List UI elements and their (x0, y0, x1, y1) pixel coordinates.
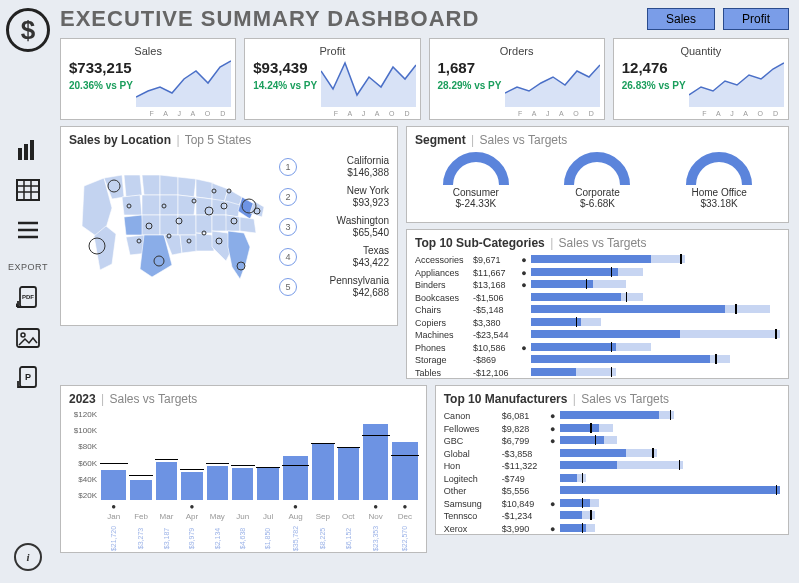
month-dot: ● (293, 502, 298, 511)
month-value: $3,187 (163, 528, 170, 549)
month-column[interactable]: Sep $8,225 (312, 444, 333, 542)
bar-chart-icon[interactable] (14, 136, 42, 164)
month-column[interactable]: Oct $6,152 (338, 448, 359, 542)
svg-point-14 (21, 333, 25, 337)
month-bar (207, 466, 228, 500)
bar-row[interactable]: Appliances $11,667 ● (415, 267, 780, 280)
month-value: $3,273 (138, 528, 145, 549)
svg-rect-0 (18, 148, 22, 160)
y-axis-label: $20K (69, 491, 97, 500)
month-column[interactable]: ● Nov $23,353 (363, 424, 388, 542)
month-name: Jan (107, 512, 120, 521)
us-map[interactable] (69, 151, 279, 319)
bar-row[interactable]: Fellowes $9,828 ● (444, 423, 780, 436)
table-icon[interactable] (14, 176, 42, 204)
bar-row[interactable]: Storage -$869 (415, 354, 780, 367)
month-column[interactable]: ● Apr $9,979 (181, 472, 202, 542)
segment-item[interactable]: Corporate$-6.68K (561, 151, 633, 209)
month-column[interactable]: ● Jan $21,720 (101, 470, 126, 542)
menu-icon[interactable] (14, 216, 42, 244)
segment-item[interactable]: Consumer$-24.33K (440, 151, 512, 209)
bar-row[interactable]: Other $5,556 (444, 485, 780, 498)
month-value: $2,134 (214, 528, 221, 549)
state-item[interactable]: 4Texas$43,422 (279, 245, 389, 269)
month-bar (156, 462, 177, 500)
month-bar (232, 468, 253, 500)
export-image-icon[interactable] (14, 324, 42, 352)
bar-value: $6,081 (502, 411, 546, 421)
bar-row[interactable]: Phones $10,586 ● (415, 342, 780, 355)
kpi-card[interactable]: Quantity 12,476 26.83% vs PY F A J A O D (613, 38, 789, 120)
bar-dot: ● (517, 268, 531, 278)
bar-value: $13,168 (473, 280, 517, 290)
state-item[interactable]: 3Washington$65,540 (279, 215, 389, 239)
bar-dot: ● (517, 343, 531, 353)
bar-value: -$12,106 (473, 368, 517, 378)
kpi-card[interactable]: Orders 1,687 28.29% vs PY F A J A O D (429, 38, 605, 120)
info-icon[interactable]: i (14, 543, 42, 571)
month-column[interactable]: Feb $3,273 (130, 480, 151, 542)
bar-row[interactable]: Hon -$11,322 (444, 460, 780, 473)
month-column[interactable]: ● Aug $35,782 (283, 456, 308, 542)
bar-row[interactable]: GBC $6,799 ● (444, 435, 780, 448)
y-axis-label: $120K (69, 410, 97, 419)
bar-row[interactable]: Tennsco -$1,234 (444, 510, 780, 523)
month-column[interactable]: ● Dec $22,570 (392, 442, 417, 542)
mfr-title: Top 10 Manufacturers (444, 392, 568, 406)
segment-name: Consumer (440, 187, 512, 198)
rank-badge: 3 (279, 218, 297, 236)
bar-row[interactable]: Bookcases -$1,506 (415, 292, 780, 305)
bar-dot: ● (546, 411, 560, 421)
segment-item[interactable]: Home Office$33.18K (683, 151, 755, 209)
kpi-row: Sales $733,215 20.36% vs PY F A J A O DP… (60, 38, 789, 120)
tab-profit[interactable]: Profit (723, 8, 789, 30)
svg-rect-2 (30, 140, 34, 160)
state-info: Pennsylvania$42,688 (303, 275, 389, 299)
bar-chart (560, 411, 780, 421)
state-item[interactable]: 5Pennsylvania$42,688 (279, 275, 389, 299)
bar-chart (531, 355, 780, 365)
bar-chart (560, 474, 780, 484)
bar-chart (531, 293, 780, 303)
rank-badge: 4 (279, 248, 297, 266)
metric-tabs: Sales Profit (647, 8, 789, 30)
bar-label: Xerox (444, 524, 502, 534)
bar-row[interactable]: Canon $6,081 ● (444, 410, 780, 423)
kpi-card[interactable]: Profit $93,439 14.24% vs PY F A J A O D (244, 38, 420, 120)
bar-row[interactable]: Xerox $3,990 ● (444, 523, 780, 536)
mfr-subtitle: Sales vs Targets (581, 392, 669, 406)
bar-row[interactable]: Tables -$12,106 (415, 367, 780, 380)
bar-label: Phones (415, 343, 473, 353)
sales-by-location-panel: Sales by Location | Top 5 States (60, 126, 398, 326)
tab-sales[interactable]: Sales (647, 8, 715, 30)
month-column[interactable]: Jun $4,638 (232, 468, 253, 542)
segment-subtitle: Sales vs Targets (480, 133, 568, 147)
bar-row[interactable]: Logitech -$749 (444, 473, 780, 486)
month-dot (347, 502, 349, 511)
month-value: $22,570 (401, 526, 408, 551)
segment-title: Segment (415, 133, 466, 147)
bar-row[interactable]: Binders $13,168 ● (415, 279, 780, 292)
bar-row[interactable]: Copiers $3,380 (415, 317, 780, 330)
export-pdf-icon[interactable]: PDF (14, 284, 42, 312)
bar-row[interactable]: Machines -$23,544 (415, 329, 780, 342)
month-column[interactable]: Mar $3,187 (156, 462, 177, 542)
kpi-card[interactable]: Sales $733,215 20.36% vs PY F A J A O D (60, 38, 236, 120)
monthly-panel: 2023 | Sales vs Targets $120K$100K$80K$6… (60, 385, 427, 553)
segment-value: $-6.68K (561, 198, 633, 209)
location-title: Sales by Location (69, 133, 171, 147)
bar-row[interactable]: Global -$3,858 (444, 448, 780, 461)
bar-value: -$749 (502, 474, 546, 484)
bar-row[interactable]: Samsung $10,849 ● (444, 498, 780, 511)
bar-row[interactable]: Accessories $9,671 ● (415, 254, 780, 267)
month-column[interactable]: May $2,134 (207, 466, 228, 542)
bar-chart (560, 461, 780, 471)
y-axis-label: $60K (69, 459, 97, 468)
month-column[interactable]: Jul $1,850 (257, 468, 278, 542)
state-item[interactable]: 2New York$93,923 (279, 185, 389, 209)
bar-value: $6,799 (502, 436, 546, 446)
state-item[interactable]: 1California$146,388 (279, 155, 389, 179)
y-axis-label: $100K (69, 426, 97, 435)
bar-row[interactable]: Chairs -$5,148 (415, 304, 780, 317)
export-powerpoint-icon[interactable]: P (14, 364, 42, 392)
